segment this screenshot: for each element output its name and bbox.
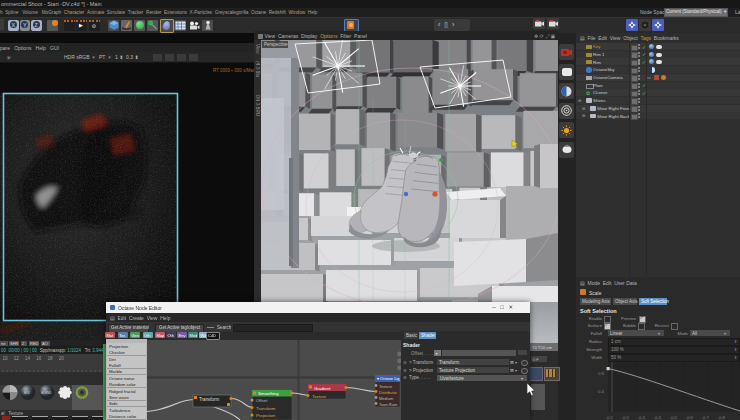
svg-text:0.1: 0.1: [607, 415, 614, 420]
svg-text:0.8: 0.8: [719, 415, 726, 420]
svg-text:0.5: 0.5: [671, 415, 678, 420]
svg-text:0.2: 0.2: [623, 415, 630, 420]
svg-text:0.4: 0.4: [598, 389, 605, 394]
svg-text:Projection: Projection: [256, 413, 276, 418]
svg-text:MIX: MIX: [24, 391, 31, 395]
svg-text:0.6: 0.6: [687, 415, 694, 420]
svg-text:Texture: Texture: [312, 394, 327, 399]
svg-text:Smoothing: Smoothing: [258, 391, 279, 396]
svg-text:Transform: Transform: [199, 397, 220, 402]
svg-text:0.4: 0.4: [655, 415, 662, 420]
svg-text:0.8: 0.8: [598, 371, 605, 376]
svg-text:Distributio: Distributio: [379, 390, 398, 395]
svg-text:Toon Ram: Toon Ram: [379, 402, 398, 407]
svg-text:▾ Octane Lig: ▾ Octane Lig: [377, 376, 399, 381]
svg-text:Transform: Transform: [256, 406, 276, 411]
svg-text:Medium: Medium: [379, 396, 394, 401]
svg-text:Texture: Texture: [379, 384, 393, 389]
svg-text:0.7: 0.7: [703, 415, 710, 420]
svg-text:0.3: 0.3: [639, 415, 646, 420]
svg-text:Offset: Offset: [256, 398, 268, 403]
svg-text:Gradient: Gradient: [314, 386, 331, 391]
svg-text:BLEND: BLEND: [41, 391, 52, 395]
